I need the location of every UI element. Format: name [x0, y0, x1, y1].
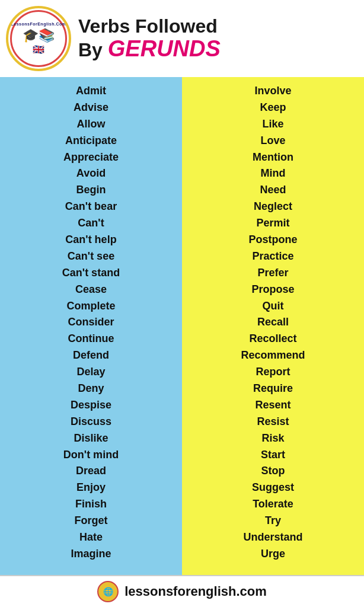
list-item: Can't help	[65, 232, 116, 248]
list-item: Don't mind	[63, 447, 119, 464]
list-item: Propose	[251, 282, 294, 298]
list-item: Cease	[75, 282, 107, 298]
footer-logo-icon: 🌐	[97, 581, 119, 602]
footer-url: lessonsforenglish.com	[124, 584, 267, 599]
title-line2: By GERUNDS	[78, 37, 221, 62]
list-item: Risk	[261, 430, 284, 447]
list-item: Can't	[78, 215, 104, 232]
list-item: Involve	[254, 83, 291, 100]
list-item: Delay	[76, 364, 105, 381]
left-column: AdmitAdviseAllowAnticipateAppreciateAvoi…	[0, 77, 182, 575]
list-item: Can't see	[68, 248, 114, 265]
list-item: Love	[260, 133, 285, 149]
list-item: Forget	[75, 513, 108, 529]
list-item: Complete	[66, 298, 115, 315]
list-item: Recall	[257, 314, 289, 331]
list-item: Imagine	[71, 546, 111, 563]
list-item: Need	[260, 182, 286, 199]
logo-flag-icon: 🇬🇧	[33, 44, 44, 55]
list-item: Advise	[74, 100, 108, 116]
list-item: Recommend	[241, 347, 305, 364]
list-item: Consider	[68, 314, 114, 331]
list-item: Enjoy	[76, 480, 106, 496]
footer: 🌐 lessonsforenglish.com	[0, 575, 364, 607]
list-item: Tolerate	[253, 496, 293, 513]
list-item: Finish	[75, 496, 107, 513]
logo-inner: LessonsForEnglish.Com 🎓📚 🇬🇧	[10, 10, 67, 67]
title-line1: Verbs Followed	[78, 16, 218, 37]
list-item: Discuss	[71, 414, 111, 430]
list-item: Require	[253, 381, 293, 397]
list-item: Can't bear	[65, 199, 117, 215]
list-item: Report	[256, 364, 290, 381]
list-item: Prefer	[257, 265, 288, 282]
right-column: InvolveKeepLikeLoveMentionMindNeedNeglec…	[182, 77, 364, 575]
list-item: Hate	[79, 529, 103, 546]
title-gerunds: GERUNDS	[108, 36, 221, 61]
list-item: Begin	[76, 182, 106, 199]
logo-text: LessonsForEnglish.Com	[11, 22, 66, 27]
list-item: Like	[262, 116, 283, 133]
title-by: By	[78, 39, 108, 60]
header: LessonsForEnglish.Com 🎓📚 🇬🇧 Verbs Follow…	[0, 0, 364, 77]
logo: LessonsForEnglish.Com 🎓📚 🇬🇧	[6, 6, 71, 71]
list-item: Stop	[261, 463, 285, 480]
list-item: Allow	[77, 116, 106, 133]
list-item: Practice	[252, 248, 293, 265]
list-item: Neglect	[254, 199, 292, 215]
list-item: Start	[261, 447, 285, 464]
title-area: Verbs Followed By GERUNDS	[78, 16, 355, 62]
list-item: Urge	[261, 546, 285, 563]
list-item: Deny	[78, 381, 104, 397]
list-item: Recollect	[249, 331, 296, 347]
list-item: Admit	[76, 83, 106, 100]
list-item: Resent	[255, 397, 290, 414]
list-item: Permit	[256, 215, 289, 232]
list-item: Defend	[73, 347, 109, 364]
list-item: Can't stand	[62, 265, 120, 282]
list-item: Mind	[261, 165, 286, 182]
list-item: Anticipate	[65, 133, 117, 149]
list-item: Appreciate	[63, 149, 119, 166]
list-item: Despise	[71, 397, 111, 414]
list-item: Continue	[68, 331, 114, 347]
list-item: Mention	[253, 149, 293, 166]
list-item: Quit	[263, 298, 284, 315]
list-item: Dislike	[74, 430, 108, 447]
list-item: Resist	[257, 414, 289, 430]
list-item: Understand	[243, 529, 302, 546]
list-item: Avoid	[76, 165, 106, 182]
list-item: Postpone	[248, 232, 297, 248]
list-item: Keep	[260, 100, 286, 116]
word-list-container: AdmitAdviseAllowAnticipateAppreciateAvoi…	[0, 77, 364, 575]
list-item: Try	[265, 513, 281, 529]
list-item: Dread	[76, 463, 106, 480]
logo-books-icon: 🎓📚	[23, 28, 55, 43]
list-item: Suggest	[252, 480, 294, 496]
